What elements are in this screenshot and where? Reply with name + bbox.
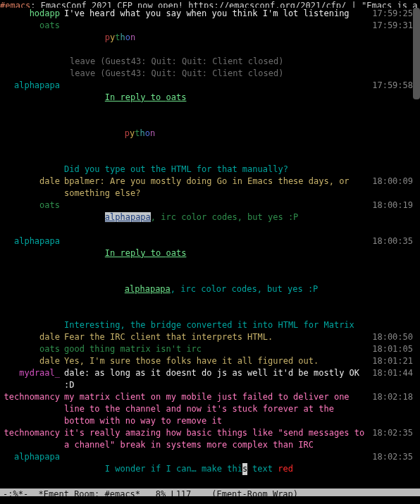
- nick: dale: [0, 355, 64, 367]
- message-text: Yes, I'm sure those folks have it all fi…: [64, 355, 371, 367]
- chat-row: oats alphapapa, irc color codes, but yes…: [0, 199, 413, 235]
- message-text: python: [64, 116, 371, 152]
- chat-row: Interesting, the bridge converted it int…: [0, 319, 413, 331]
- timestamp: 18:02:35: [371, 427, 413, 439]
- mode-line[interactable]: -:%*- *Ement Room: #emacs* 8% L117 (Emen…: [0, 488, 420, 496]
- chat-row: Did you type out the HTML for that manua…: [0, 164, 413, 176]
- message-text: dale: as long as it doesnt do js as well…: [64, 367, 371, 391]
- system-row: leave (Guest43: Quit: Quit: Client close…: [0, 68, 413, 80]
- timestamp: 18:01:05: [371, 343, 413, 355]
- channel-topic: : EmacsConf 2021 CFP now open! https://e…: [30, 0, 420, 8]
- channel-name: #emacs: [0, 0, 30, 8]
- chat-row: dale bpalmer: Are you mostly doing Go in…: [0, 176, 413, 199]
- message-text: my matrix client on my mobile just faile…: [64, 391, 371, 427]
- chat-row: oats good thing matrix isn't irc 18:01:0…: [0, 343, 413, 355]
- chat-row: technomancy it's really amazing how basi…: [0, 427, 413, 451]
- nick: dale: [0, 176, 64, 188]
- timestamp: 17:59:31: [371, 20, 413, 32]
- message-text: alphapapa, irc color codes, but yes :P: [64, 271, 371, 307]
- reply-link[interactable]: In reply to: [105, 248, 166, 258]
- chat-row: alphapapa I wonder if I can… make this t…: [0, 451, 413, 487]
- message-text: In reply to oats: [64, 235, 371, 271]
- scrollbar[interactable]: [413, 8, 420, 489]
- nick: oats: [0, 20, 64, 32]
- message-text: Fear the IRC client that interprets HTML…: [64, 331, 371, 343]
- chat-row: hodapp I've heard what you say when you …: [0, 8, 413, 20]
- mention-highlight[interactable]: alphapapa: [105, 212, 151, 222]
- nick: technomancy: [0, 427, 64, 439]
- system-row: leave (Guest43: Quit: Quit: Client close…: [0, 56, 413, 68]
- chat-row: alphapapa In reply to oats 18:00:35: [0, 235, 413, 271]
- timestamp: 17:59:25: [371, 8, 413, 20]
- nick: alphapapa: [0, 451, 64, 463]
- emacs-window: #emacs : EmacsConf 2021 CFP now open! ht…: [0, 0, 420, 504]
- nick: oats: [0, 199, 64, 211]
- nick: alphapapa: [0, 235, 64, 247]
- chat-row: alphapapa, irc color codes, but yes :P: [0, 271, 413, 307]
- chat-row: oats python 17:59:31: [0, 20, 413, 56]
- scrollbar-thumb[interactable]: [413, 8, 420, 99]
- timestamp: 18:01:21: [371, 355, 413, 367]
- timestamp: 18:01:44: [371, 367, 413, 379]
- nick: oats: [0, 343, 64, 355]
- timestamp: 18:02:18: [371, 391, 413, 403]
- minibuffer[interactable]: [0, 496, 420, 504]
- timestamp: 18:00:09: [371, 176, 413, 188]
- nick: hodapp: [0, 8, 64, 20]
- chat-row: dale Fear the IRC client that interprets…: [0, 331, 413, 343]
- system-message: leave (Guest43: Quit: Quit: Client close…: [64, 68, 371, 80]
- timestamp: 17:59:58: [371, 80, 413, 92]
- chat-row: technomancy my matrix client on my mobil…: [0, 391, 413, 427]
- message-text: bpalmer: Are you mostly doing Go in Emac…: [64, 176, 371, 199]
- message-text: I've heard what you say when you think I…: [64, 8, 371, 20]
- chat-row: python: [0, 116, 413, 152]
- system-message: leave (Guest43: Quit: Quit: Client close…: [64, 56, 371, 68]
- message-text: good thing matrix isn't irc: [64, 343, 371, 355]
- message-text: I wonder if I can… make this text red: [64, 451, 371, 487]
- text-cursor: s: [242, 463, 247, 475]
- mention-link[interactable]: alphapapa: [125, 284, 171, 294]
- chat-row: alphapapa In reply to oats 17:59:58: [0, 80, 413, 116]
- timestamp: 18:00:50: [371, 331, 413, 343]
- message-text: Did you type out the HTML for that manua…: [64, 164, 371, 176]
- nick: alphapapa: [0, 80, 64, 92]
- message-text: python: [64, 20, 371, 56]
- chat-row: mydraal_ dale: as long as it doesnt do j…: [0, 367, 413, 391]
- timestamp: 18:00:35: [371, 235, 413, 247]
- reply-target-link[interactable]: oats: [166, 248, 187, 258]
- nick: mydraal_: [0, 367, 64, 379]
- timestamp: 18:00:19: [371, 199, 413, 211]
- nick: technomancy: [0, 391, 64, 403]
- message-text: In reply to oats: [64, 80, 371, 116]
- chat-row: dale Yes, I'm sure those folks have it a…: [0, 355, 413, 367]
- chat-buffer[interactable]: hodapp I've heard what you say when you …: [0, 8, 420, 489]
- message-text: alphapapa, irc color codes, but yes :P: [64, 199, 371, 235]
- message-text: Interesting, the bridge converted it int…: [64, 319, 371, 331]
- reply-link[interactable]: In reply to: [105, 92, 166, 102]
- nick: dale: [0, 331, 64, 343]
- message-text: it's really amazing how basic things lik…: [64, 427, 371, 451]
- reply-target-link[interactable]: oats: [166, 92, 187, 102]
- header-line: #emacs : EmacsConf 2021 CFP now open! ht…: [0, 0, 420, 8]
- separator-line: [63, 488, 412, 489]
- timestamp: 18:02:35: [371, 451, 413, 463]
